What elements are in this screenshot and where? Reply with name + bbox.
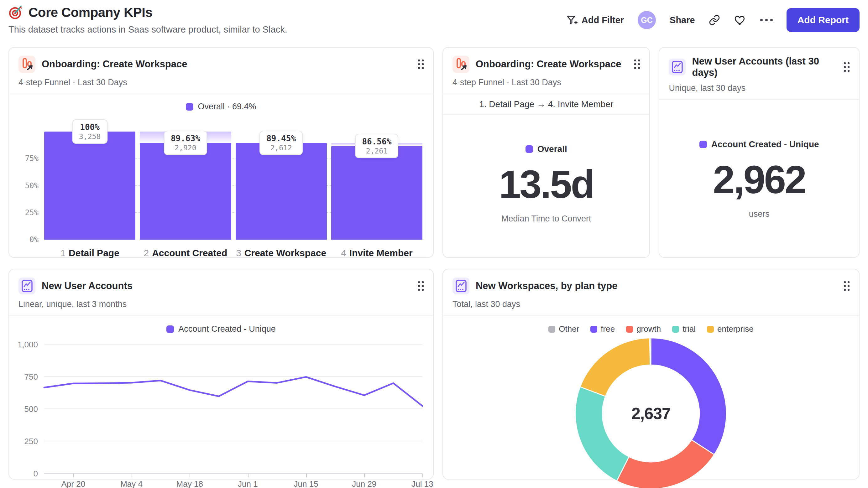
bar-count: 2,612 bbox=[266, 144, 296, 152]
metric-legend[interactable]: Account Created - Unique bbox=[700, 139, 819, 150]
legend-item-growth[interactable]: growth bbox=[626, 324, 661, 334]
x-axis-tick-label: Jun 1 bbox=[238, 479, 258, 488]
add-filter-label: Add Filter bbox=[582, 15, 624, 25]
funnel-bar-group[interactable]: 100%3,258 bbox=[44, 132, 135, 239]
funnel-bar-group[interactable]: 89.63%2,920 bbox=[140, 132, 231, 239]
funnel-step-label: 2Account Created bbox=[140, 248, 231, 258]
metric-body: Account Created - Unique 2,962 users bbox=[659, 100, 859, 258]
card-title[interactable]: Onboarding: Create Workspace bbox=[476, 59, 621, 70]
ellipsis-icon bbox=[760, 19, 763, 21]
legend-swatch bbox=[590, 326, 597, 333]
donut-chart: 2,637 bbox=[572, 335, 729, 488]
card-header: New User Accounts Linear, unique, last 3… bbox=[9, 269, 433, 316]
legend-swatch bbox=[700, 141, 707, 148]
line-chart-icon bbox=[19, 278, 35, 294]
share-label: Share bbox=[670, 15, 695, 25]
funnel-bar-group[interactable]: 86.56%2,261 bbox=[331, 132, 423, 239]
x-axis-tick-label: Jun 29 bbox=[352, 479, 376, 488]
add-filter-button[interactable]: Add Filter bbox=[566, 14, 624, 26]
drag-handle-icon[interactable] bbox=[634, 60, 640, 69]
x-axis-tick bbox=[190, 474, 190, 477]
metric-caption: Median Time to Convert bbox=[501, 214, 591, 224]
metric-value: 2,962 bbox=[713, 157, 805, 202]
x-axis-tick-label: Apr 20 bbox=[61, 479, 86, 488]
card-title[interactable]: New User Accounts (last 30 days) bbox=[692, 56, 838, 78]
card-funnel: Onboarding: Create Workspace 4-step Funn… bbox=[8, 47, 434, 258]
legend-item-enterprise[interactable]: enterprise bbox=[707, 324, 754, 334]
legend-label: Other bbox=[559, 324, 579, 334]
cards-row-1: Onboarding: Create Workspace 4-step Funn… bbox=[8, 47, 860, 258]
card-title[interactable]: New Workspaces, by plan type bbox=[476, 280, 618, 292]
x-axis-tick bbox=[132, 474, 132, 477]
bar-value-tooltip: 89.45%2,612 bbox=[259, 131, 303, 155]
line-x-labels: Apr 20May 4May 18Jun 1Jun 15Jun 29Jul 13 bbox=[44, 479, 423, 488]
funnel-bar[interactable] bbox=[44, 132, 135, 239]
y-axis-tick-label: 50% bbox=[25, 181, 38, 190]
legend-swatch bbox=[672, 326, 679, 333]
card-workspaces-by-plan: New Workspaces, by plan type Total, last… bbox=[442, 269, 860, 480]
card-title[interactable]: Onboarding: Create Workspace bbox=[42, 59, 187, 70]
funnel-x-labels: 1Detail Page2Account Created3Create Work… bbox=[44, 248, 423, 258]
metric-caption: users bbox=[749, 209, 770, 219]
funnel-bars-arrow-icon bbox=[19, 56, 35, 73]
x-axis-tick bbox=[248, 474, 248, 477]
legend-swatch bbox=[166, 325, 174, 333]
line-chart[interactable]: 02505007501,000 bbox=[44, 345, 423, 474]
line-legend[interactable]: Account Created - Unique bbox=[9, 324, 433, 334]
legend-label: enterprise bbox=[717, 324, 754, 334]
funnel-step-label: 1Detail Page bbox=[44, 248, 135, 258]
bar-value-tooltip: 100%3,258 bbox=[72, 119, 107, 144]
line-chart-icon bbox=[669, 59, 686, 75]
copy-link-button[interactable] bbox=[709, 14, 720, 26]
donut-center-value: 2,637 bbox=[572, 335, 729, 488]
bar-percent: 86.56% bbox=[362, 137, 392, 146]
heart-icon bbox=[734, 14, 746, 26]
legend-label: trial bbox=[682, 324, 696, 334]
bar-percent: 89.63% bbox=[171, 134, 200, 143]
y-axis-tick-label: 25% bbox=[25, 208, 38, 217]
funnel-bar-group[interactable]: 89.45%2,612 bbox=[236, 132, 327, 239]
metric-legend[interactable]: Overall bbox=[526, 144, 567, 154]
x-axis-tick bbox=[73, 474, 74, 477]
funnel-step-label: 4Invite Member bbox=[331, 248, 423, 258]
target-emoji-icon bbox=[8, 5, 23, 20]
step-range-label: 1. Detail Page → 4. Invite Member bbox=[443, 94, 650, 115]
bar-count: 2,261 bbox=[362, 147, 392, 155]
share-button[interactable]: Share bbox=[670, 15, 695, 25]
bar-count: 2,920 bbox=[171, 144, 200, 152]
x-axis-tick bbox=[364, 474, 365, 477]
y-axis-tick-label: 1,000 bbox=[18, 340, 38, 350]
top-actions: Add Filter GC Share Add Report bbox=[566, 8, 860, 32]
avatar[interactable]: GC bbox=[638, 11, 656, 29]
favorite-button[interactable] bbox=[734, 14, 746, 26]
title-block: Core Company KPIs This dataset tracks ac… bbox=[8, 5, 287, 35]
bar-percent: 89.45% bbox=[266, 134, 296, 143]
legend-item-other[interactable]: Other bbox=[548, 324, 579, 334]
drag-handle-icon[interactable] bbox=[844, 281, 849, 291]
legend-item-trial[interactable]: trial bbox=[672, 324, 696, 334]
card-subtitle: Unique, last 30 days bbox=[669, 83, 849, 93]
drag-handle-icon[interactable] bbox=[418, 60, 424, 69]
card-title[interactable]: New User Accounts bbox=[42, 280, 132, 292]
legend-item-free[interactable]: free bbox=[590, 324, 615, 334]
cards-row-2: New User Accounts Linear, unique, last 3… bbox=[8, 269, 860, 480]
x-axis-tick bbox=[306, 474, 307, 477]
more-options-button[interactable] bbox=[760, 19, 773, 21]
card-header: New Workspaces, by plan type Total, last… bbox=[443, 269, 859, 316]
funnel-legend[interactable]: Overall · 69.4% bbox=[9, 102, 433, 111]
drag-handle-icon[interactable] bbox=[418, 281, 424, 291]
metric-value: 13.5d bbox=[499, 162, 593, 207]
filter-plus-icon bbox=[566, 14, 578, 26]
bar-count: 3,258 bbox=[79, 132, 101, 141]
metric-body: Overall 13.5d Median Time to Convert bbox=[443, 115, 650, 253]
funnel-bar[interactable] bbox=[140, 143, 231, 239]
line-chart-icon bbox=[453, 278, 469, 294]
y-axis-tick-label: 500 bbox=[25, 404, 38, 414]
add-report-button[interactable]: Add Report bbox=[786, 8, 860, 32]
card-subtitle: Linear, unique, last 3 months bbox=[19, 299, 424, 309]
funnel-bar[interactable] bbox=[236, 143, 327, 239]
top-bar: Core Company KPIs This dataset tracks ac… bbox=[8, 0, 860, 47]
drag-handle-icon[interactable] bbox=[844, 62, 849, 72]
funnel-bar[interactable] bbox=[331, 146, 423, 239]
trend-line[interactable] bbox=[44, 377, 423, 406]
